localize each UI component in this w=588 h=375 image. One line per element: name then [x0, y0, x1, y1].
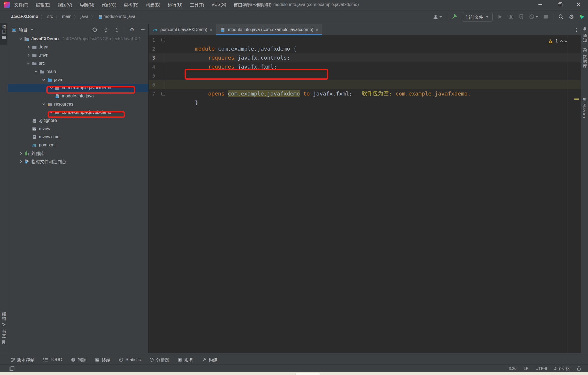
profiler-bottom-button[interactable]: 分析器 — [149, 356, 169, 363]
breadcrumb-separator: 〉 — [74, 14, 78, 19]
taskbar-pill — [295, 373, 320, 375]
restore-button[interactable] — [550, 0, 569, 9]
version-control-button[interactable]: 版本控制 — [11, 356, 35, 363]
tool-stripe-database-button[interactable]: 数据库 — [581, 48, 588, 69]
services-button[interactable]: 服务 — [178, 356, 193, 363]
terminal-button[interactable]: 终端 — [95, 356, 110, 363]
chevron-collapsed-icon[interactable] — [27, 54, 29, 57]
menu-navigate[interactable]: 导航(N) — [79, 1, 94, 8]
previous-problem-icon[interactable] — [560, 40, 563, 43]
next-problem-icon[interactable] — [564, 39, 567, 42]
chevron-down-icon[interactable] — [31, 29, 33, 30]
tree-item-mvnw-cmd[interactable]: mvnw.cmd — [8, 133, 148, 141]
chevron-expanded-icon[interactable] — [35, 70, 37, 73]
user-profile-button[interactable] — [432, 14, 443, 20]
structure-icon — [2, 323, 6, 327]
menu-vcs[interactable]: VCS(S) — [212, 2, 226, 7]
tree-item-scratches[interactable]: 临时文件和控制台 — [8, 157, 148, 165]
ignored-file-icon — [32, 118, 37, 123]
tool-stripe-maven-button[interactable]: m Maven — [581, 96, 588, 118]
expand-all-button[interactable] — [102, 26, 109, 33]
chevron-expanded-icon[interactable] — [42, 103, 45, 105]
breadcrumb-src[interactable]: src — [47, 14, 53, 19]
breadcrumb-main[interactable]: main — [62, 14, 72, 19]
build-hammer-button[interactable] — [451, 14, 458, 20]
minimize-button[interactable] — [531, 0, 550, 9]
hide-panel-button[interactable] — [140, 26, 146, 33]
file-encoding[interactable]: UTF-8 — [535, 366, 547, 371]
bottom-bar: 版本控制 TODO 问题 终端 Statistic 分析器 — [0, 353, 588, 372]
close-tab-icon[interactable]: × — [210, 27, 212, 32]
tab-options-icon[interactable] — [576, 28, 577, 29]
tab-pom-xml[interactable]: m pom.xml (JavaFXDemo) × — [149, 24, 216, 35]
project-view-icon — [12, 28, 16, 32]
tool-stripe-notifications-button[interactable]: 通知 — [581, 27, 588, 43]
tree-item-external-libraries[interactable]: 外部库 — [8, 149, 148, 157]
indent-setting[interactable]: 4 个空格 — [554, 365, 570, 371]
menu-code[interactable]: 代码(C) — [102, 1, 116, 8]
toolbox-logo-icon[interactable] — [579, 14, 585, 20]
toolbar-divider — [447, 13, 447, 20]
statistic-button[interactable]: Statistic — [119, 357, 141, 362]
tree-item-java[interactable]: java — [8, 76, 148, 84]
error-stripe-warning-mark[interactable] — [574, 99, 579, 100]
code-line-3: 3 requires javafx.fxml; — [149, 53, 581, 62]
build-bottom-button[interactable]: 构建 — [202, 356, 217, 363]
search-everywhere-button[interactable] — [558, 14, 564, 20]
chevron-collapsed-icon[interactable] — [27, 46, 29, 48]
breadcrumb-project[interactable]: JavaFXDemo — [11, 14, 38, 19]
panel-options-gear-button[interactable]: ⚙ — [129, 26, 135, 33]
tool-stripe-project-button[interactable]: 项目 — [0, 23, 7, 45]
collapse-all-button[interactable] — [113, 26, 120, 33]
menu-tools[interactable]: 工具(T) — [190, 1, 204, 8]
breadcrumb-java[interactable]: java — [81, 14, 88, 19]
menu-run[interactable]: 运行(U) — [168, 1, 182, 8]
debug-button[interactable] — [507, 14, 514, 20]
tree-item-pom[interactable]: m pom.xml — [8, 141, 148, 149]
line-ending[interactable]: LF — [523, 366, 528, 371]
menu-build[interactable]: 构建(B) — [146, 1, 160, 8]
run-with-coverage-button[interactable] — [518, 14, 525, 20]
run-configuration-select[interactable]: 当前文件 — [462, 12, 493, 22]
tree-item-main[interactable]: main — [8, 67, 148, 76]
run-button[interactable] — [497, 14, 503, 20]
stop-button[interactable] — [543, 14, 549, 20]
profiler-button[interactable] — [529, 14, 538, 20]
close-button[interactable]: × — [569, 0, 588, 9]
menu-refactor[interactable]: 重构(R) — [124, 1, 139, 8]
tree-item-mvn[interactable]: .mvn — [8, 51, 148, 59]
close-tab-icon[interactable]: × — [316, 27, 318, 32]
tree-item-project-root[interactable]: JavaFXDemo D:\IDEAProjects\JCNCProjects\… — [8, 35, 148, 43]
tool-window-layout-icon[interactable] — [9, 365, 15, 372]
chevron-expanded-icon[interactable] — [42, 78, 45, 81]
lock-open-icon[interactable] — [577, 366, 581, 371]
select-opened-file-button[interactable] — [91, 26, 98, 33]
tree-item-idea[interactable]: .idea — [8, 43, 148, 51]
menu-file[interactable]: 文件(F) — [14, 1, 28, 8]
maven-icon: m — [583, 96, 586, 102]
tree-item-resources[interactable]: resources — [8, 100, 148, 108]
project-panel-title[interactable]: 项目 — [19, 26, 27, 33]
tree-item-mvnw[interactable]: mvnw — [8, 125, 148, 133]
settings-gear-button[interactable]: ⚙ — [568, 14, 575, 20]
problems-button[interactable]: 问题 — [71, 356, 86, 363]
todo-button[interactable]: TODO — [43, 357, 62, 362]
chevron-collapsed-icon[interactable] — [19, 152, 22, 155]
chevron-expanded-icon[interactable] — [27, 62, 30, 64]
code-line-1: 1module com.example.javafxdemo { — [149, 35, 581, 44]
chevron-expanded-icon[interactable] — [19, 37, 22, 40]
chevron-collapsed-icon[interactable] — [19, 160, 22, 163]
bottom-tool-buttons: 版本控制 TODO 问题 终端 Statistic 分析器 — [11, 355, 217, 364]
tool-stripe-bookmarks-button[interactable]: 书签 — [0, 329, 7, 344]
tool-stripe-structure-button[interactable]: 结构 — [0, 312, 7, 327]
code-editor[interactable]: 1module com.example.javafxdemo { 2 requi… — [149, 35, 581, 353]
breadcrumb-file[interactable]: module-info.java — [103, 14, 135, 19]
menu-view[interactable]: 视图(V) — [58, 1, 72, 8]
editor-tab-bar: m pom.xml (JavaFXDemo) × module-info.jav… — [149, 24, 581, 35]
structure-stripe-label: 结构 — [0, 312, 7, 321]
menu-edit[interactable]: 编辑(E) — [36, 1, 50, 8]
inspection-widget[interactable]: 1 — [548, 39, 567, 44]
tree-item-src[interactable]: src — [8, 59, 148, 67]
tab-module-info[interactable]: module-info.java (com.example.javafxdemo… — [216, 24, 322, 35]
caret-position[interactable]: 3:26 — [509, 366, 516, 371]
